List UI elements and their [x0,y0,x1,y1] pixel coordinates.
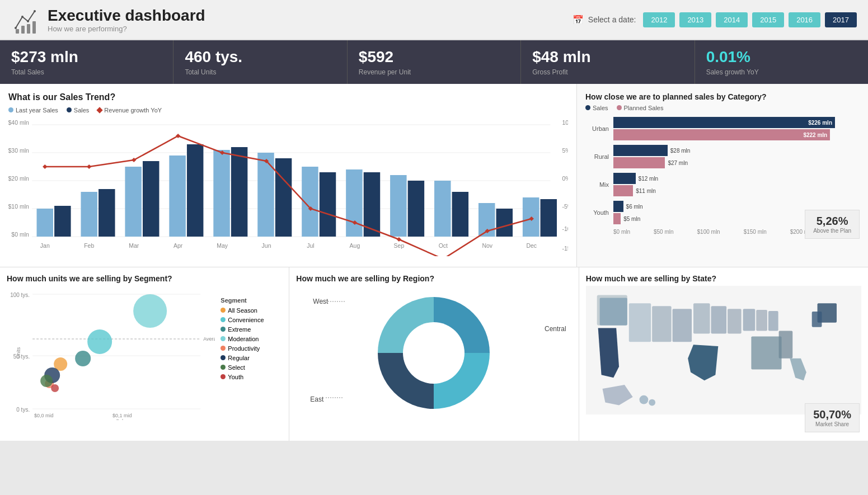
svg-text:$0,1 mid: $0,1 mid [112,413,132,418]
header: Executive dashboard How we are performin… [0,0,868,40]
svg-rect-49 [541,199,557,237]
svg-point-0 [15,27,17,29]
kpi-sales-growth: 0.01% Sales growth YoY [695,40,868,84]
svg-rect-45 [496,209,513,237]
region-title: How much we are selling by Region? [296,274,571,283]
region-donut-chart [367,286,501,420]
segment-legend: Segment All Season Convenience Extreme M… [215,286,282,426]
svg-text:Nov: Nov [482,243,493,249]
cat-row-mix: Mix $12 mln $11 mln [585,173,860,196]
svg-text:$20 mln: $20 mln [8,176,29,182]
kpi-total-units-value: 460 tys. [185,48,335,66]
kpi-gross-profit: $48 mln Gross Profit [521,40,695,84]
segment-title: How much units we are selling by Segment… [7,274,282,283]
svg-text:Feb: Feb [84,243,94,249]
svg-rect-33 [231,147,247,237]
bottom-row: How much units we are selling by Segment… [0,267,868,441]
svg-text:-10%: -10% [562,226,568,232]
svg-text:Jan: Jan [40,243,50,249]
year-2012-btn[interactable]: 2012 [643,12,675,27]
date-selector: 📅 Select a date: 2012 2013 2014 2015 201… [573,12,857,27]
kpi-sales-growth-value: 0.01% [706,48,857,66]
middle-row: What is our Sales Trend? Last year Sales… [0,84,868,267]
svg-text:$0 mln: $0 mln [11,232,29,238]
svg-marker-113 [688,345,718,380]
svg-rect-24 [37,209,53,237]
svg-text:10%: 10% [562,120,568,126]
svg-point-117 [649,399,655,406]
svg-point-93 [51,384,59,392]
year-2013-btn[interactable]: 2013 [679,12,711,27]
legend-sales: Sales [67,107,90,114]
sales-trend-title: What is our Sales Trend? [8,92,568,102]
svg-rect-42 [434,181,451,237]
svg-rect-26 [81,192,97,237]
seg-convenience: Convenience [220,317,282,323]
svg-text:Mar: Mar [129,243,139,249]
dashboard-icon [11,6,39,34]
seg-moderation: Moderation [220,336,282,342]
svg-rect-28 [125,167,141,237]
svg-point-3 [34,10,36,12]
svg-rect-38 [346,169,362,237]
svg-marker-51 [87,164,91,169]
seg-select: Select [220,364,282,371]
year-2015-btn[interactable]: 2015 [752,12,784,27]
market-share-box: 50,70% Market Share [805,403,860,432]
svg-point-116 [639,395,648,404]
svg-rect-6 [27,24,30,34]
seg-productivity: Productivity [220,345,282,352]
above-plan-box: 5,26% Above the Plan [805,210,860,239]
year-2016-btn[interactable]: 2016 [789,12,820,27]
svg-marker-115 [602,385,632,405]
year-2017-btn[interactable]: 2017 [825,12,857,27]
svg-point-89 [133,294,167,328]
svg-text:Sales: Sales [116,418,129,420]
svg-rect-30 [169,155,185,237]
svg-rect-32 [213,150,229,237]
above-plan-value: 5,26% [813,215,851,228]
sales-trend-panel: What is our Sales Trend? Last year Sales… [0,84,577,267]
svg-rect-41 [408,181,424,237]
market-share-value: 50,70% [813,408,851,421]
header-left: Executive dashboard How we are performin… [11,6,205,34]
svg-rect-101 [652,306,671,342]
svg-text:Dec: Dec [526,243,537,249]
kpi-gross-profit-label: Gross Profit [532,68,683,76]
svg-rect-37 [320,172,336,237]
kpi-revenue-per-unit: $592 Revenue per Unit [348,40,521,84]
svg-rect-7 [32,21,36,34]
svg-rect-40 [390,175,406,237]
kpi-total-units: 460 tys. Total Units [173,40,347,84]
category-sales-panel: How close we are to planned sales by Cat… [577,84,868,267]
svg-text:5%: 5% [562,148,568,154]
svg-rect-29 [143,161,159,237]
svg-point-1 [21,16,24,18]
svg-rect-35 [275,158,292,237]
year-2014-btn[interactable]: 2014 [716,12,748,27]
legend-revenue-growth: Revenue growth YoY [97,107,162,114]
kpi-gross-profit-value: $48 mln [532,48,683,66]
svg-point-92 [40,375,53,387]
svg-text:0 tys.: 0 tys. [16,407,30,413]
seg-extreme: Extreme [220,326,282,333]
svg-rect-31 [187,144,203,237]
svg-rect-114 [751,336,781,369]
state-title: How much we are selling by State? [586,274,861,283]
state-panel: How much we are selling by State? [579,267,868,441]
svg-marker-110 [790,359,806,380]
svg-rect-104 [711,306,726,333]
svg-rect-27 [98,189,115,237]
svg-text:Average 58 tys.: Average 58 tys. [203,336,215,342]
svg-rect-103 [693,303,710,333]
svg-text:Units: Units [16,347,21,359]
kpi-sales-growth-label: Sales growth YoY [706,68,857,76]
svg-text:0%: 0% [562,176,568,182]
kpi-revenue-value: $592 [359,48,509,66]
legend-last-year: Last year Sales [8,107,58,114]
above-plan-label: Above the Plan [813,228,851,234]
cat-row-urban: Urban $226 mln $222 mln [585,117,860,140]
svg-point-94 [403,322,465,384]
seg-all-season: All Season [220,307,282,314]
svg-text:Apr: Apr [173,243,183,249]
